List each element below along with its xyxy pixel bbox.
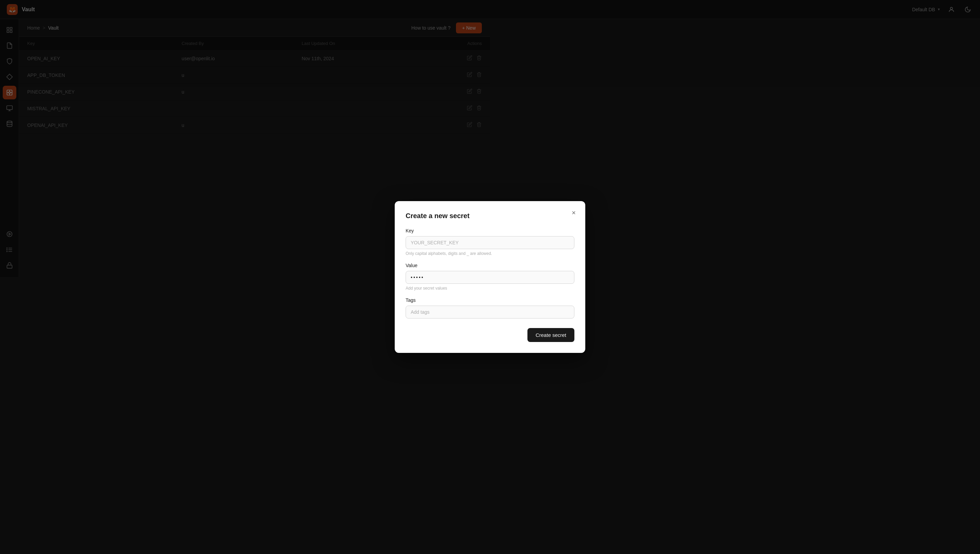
create-secret-modal: × Create a new secret Key Only capital a…	[395, 201, 490, 277]
key-hint: Only capital alphabets, digits and _ are…	[406, 251, 490, 256]
value-input[interactable]	[406, 271, 490, 277]
key-label: Key	[406, 228, 490, 234]
key-field-group: Key Only capital alphabets, digits and _…	[406, 228, 490, 256]
modal-overlay[interactable]: × Create a new secret Key Only capital a…	[0, 0, 490, 277]
value-field-group: Value Add your secret values	[406, 263, 490, 277]
key-input[interactable]	[406, 236, 490, 249]
value-label: Value	[406, 263, 490, 268]
modal-title: Create a new secret	[406, 212, 490, 220]
